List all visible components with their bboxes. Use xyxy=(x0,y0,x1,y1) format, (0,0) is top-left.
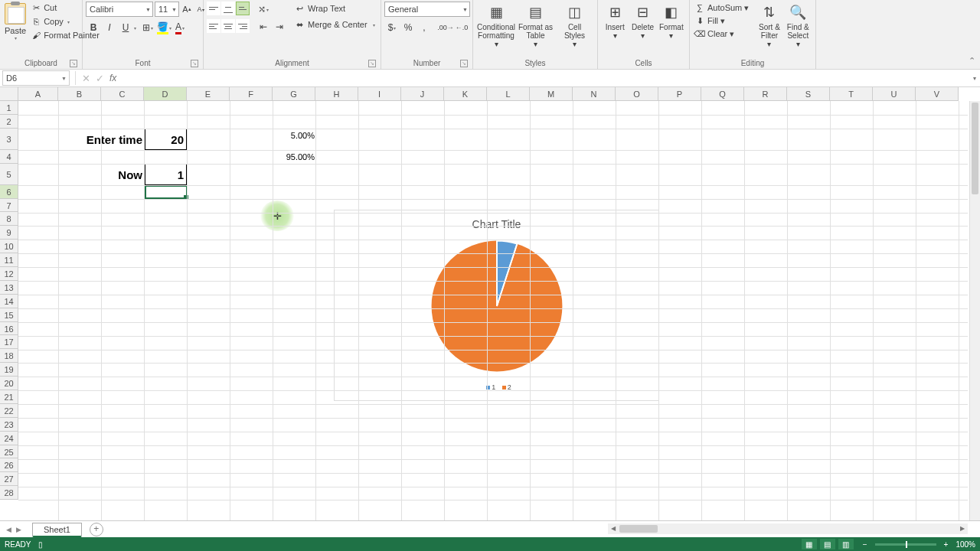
row-header-27[interactable]: 27 xyxy=(0,472,18,486)
col-header-H[interactable]: H xyxy=(315,87,358,101)
fx-icon[interactable]: fx xyxy=(109,73,116,83)
enter-formula-button[interactable]: ✓ xyxy=(93,71,106,85)
row-header-3[interactable]: 3 xyxy=(0,129,18,150)
autosum-button[interactable]: ∑AutoSum ▾ xyxy=(693,2,750,14)
increase-decimal-button[interactable]: .00→ xyxy=(438,20,453,35)
macro-record-icon[interactable]: ▯ xyxy=(38,540,43,549)
select-all-corner[interactable] xyxy=(0,87,18,101)
comma-button[interactable]: , xyxy=(416,20,432,35)
cell-g4[interactable]: 95.00% xyxy=(273,150,317,164)
col-header-A[interactable]: A xyxy=(18,87,58,101)
row-header-4[interactable]: 4 xyxy=(0,150,18,164)
row-header-26[interactable]: 26 xyxy=(0,458,18,472)
col-header-N[interactable]: N xyxy=(573,87,616,101)
font-color-button[interactable]: A xyxy=(172,20,188,35)
font-launcher[interactable]: ↘ xyxy=(191,60,198,67)
page-layout-view-button[interactable]: ▤ xyxy=(820,539,835,549)
fill-color-button[interactable]: 🪣 xyxy=(156,20,172,35)
col-header-M[interactable]: M xyxy=(530,87,573,101)
zoom-in-button[interactable]: + xyxy=(944,540,949,549)
col-header-G[interactable]: G xyxy=(273,87,315,101)
clear-button[interactable]: ⌫Clear ▾ xyxy=(693,28,750,40)
normal-view-button[interactable]: ▦ xyxy=(802,539,817,549)
align-right-button[interactable] xyxy=(236,19,250,33)
italic-button[interactable]: I xyxy=(102,20,117,35)
row-header-9[interactable]: 9 xyxy=(0,226,18,240)
row-header-10[interactable]: 10 xyxy=(0,240,18,253)
accounting-button[interactable]: $ xyxy=(384,20,400,35)
bold-button[interactable]: B xyxy=(86,20,101,35)
col-header-S[interactable]: S xyxy=(787,87,830,101)
pie-chart[interactable] xyxy=(335,233,658,379)
row-header-24[interactable]: 24 xyxy=(0,432,18,445)
sort-filter-button[interactable]: ⇅Sort & Filter ▾ xyxy=(755,2,783,50)
row-header-23[interactable]: 23 xyxy=(0,418,18,432)
conditional-formatting-button[interactable]: ▦Conditional Formatting ▾ xyxy=(476,2,516,50)
cells-area[interactable]: Enter time 20 5.00% 95.00% Now 1 ✛ Chart… xyxy=(18,101,968,520)
col-header-E[interactable]: E xyxy=(187,87,230,101)
align-middle-button[interactable] xyxy=(221,2,235,15)
hscroll-right-button[interactable]: ▶ xyxy=(957,523,968,534)
horizontal-scrollbar[interactable]: ◀ ▶ xyxy=(608,523,968,534)
cell-styles-button[interactable]: ◫Cell Styles ▾ xyxy=(555,2,594,50)
vscroll-thumb[interactable] xyxy=(972,103,978,194)
row-header-6[interactable]: 6 xyxy=(0,185,18,199)
row-header-1[interactable]: 1 xyxy=(0,101,18,115)
format-button[interactable]: ◧Format ▾ xyxy=(657,2,686,41)
row-header-25[interactable]: 25 xyxy=(0,445,18,459)
col-header-V[interactable]: V xyxy=(916,87,959,101)
decrease-decimal-button[interactable]: ←.0 xyxy=(454,20,469,35)
row-header-16[interactable]: 16 xyxy=(0,322,18,336)
align-left-button[interactable] xyxy=(207,19,220,33)
zoom-value[interactable]: 100% xyxy=(956,540,975,549)
paste-button[interactable]: Paste ▾ xyxy=(3,2,28,42)
number-launcher[interactable]: ↘ xyxy=(460,60,468,67)
zoom-slider[interactable] xyxy=(875,543,936,546)
row-header-11[interactable]: 11 xyxy=(0,253,18,267)
hscroll-thumb[interactable] xyxy=(619,525,658,533)
row-header-13[interactable]: 13 xyxy=(0,281,18,295)
row-header-14[interactable]: 14 xyxy=(0,295,18,308)
col-header-O[interactable]: O xyxy=(616,87,658,101)
row-header-12[interactable]: 12 xyxy=(0,267,18,281)
orientation-button[interactable]: ⤭ xyxy=(256,2,271,17)
hscroll-left-button[interactable]: ◀ xyxy=(608,523,619,534)
merge-center-button[interactable]: ⬌Merge & Center▾ xyxy=(292,18,377,31)
delete-button[interactable]: ⊟Delete ▾ xyxy=(629,2,656,41)
col-header-L[interactable]: L xyxy=(487,87,530,101)
font-size-select[interactable]: 11▼ xyxy=(155,2,179,17)
fill-button[interactable]: ⬇Fill ▾ xyxy=(693,15,750,27)
font-name-select[interactable]: Calibri▼ xyxy=(86,2,153,17)
col-header-D[interactable]: D xyxy=(144,87,187,101)
add-sheet-button[interactable]: + xyxy=(90,523,103,536)
page-break-view-button[interactable]: ▥ xyxy=(838,539,854,549)
decrease-indent-button[interactable]: ⇤ xyxy=(256,19,271,34)
insert-button[interactable]: ⊞Insert ▾ xyxy=(601,2,629,41)
embedded-chart[interactable]: Chart Title 1 2 xyxy=(334,210,659,401)
sheet-tab-1[interactable]: Sheet1 xyxy=(32,523,82,537)
wrap-text-button[interactable]: ↩Wrap Text xyxy=(292,2,377,15)
row-header-8[interactable]: 8 xyxy=(0,212,18,226)
formula-input[interactable] xyxy=(119,70,969,86)
collapse-ribbon-button[interactable]: ⌃ xyxy=(969,56,975,66)
chart-legend[interactable]: 1 2 xyxy=(335,379,658,396)
increase-font-button[interactable]: A▴ xyxy=(181,2,193,17)
col-header-U[interactable]: U xyxy=(873,87,916,101)
col-header-F[interactable]: F xyxy=(230,87,273,101)
align-bottom-button[interactable] xyxy=(236,2,250,15)
expand-formula-bar-button[interactable]: ▾ xyxy=(969,75,980,82)
cell-d5[interactable]: 1 xyxy=(145,164,187,185)
find-select-button[interactable]: 🔍Find & Select ▾ xyxy=(784,2,812,50)
border-button[interactable]: ⊞ xyxy=(140,20,155,35)
row-header-17[interactable]: 17 xyxy=(0,335,18,349)
row-header-21[interactable]: 21 xyxy=(0,390,18,404)
col-header-T[interactable]: T xyxy=(830,87,873,101)
number-format-select[interactable]: General▼ xyxy=(384,2,470,17)
row-header-7[interactable]: 7 xyxy=(0,199,18,213)
row-header-22[interactable]: 22 xyxy=(0,404,18,418)
col-header-J[interactable]: J xyxy=(401,87,444,101)
col-header-P[interactable]: P xyxy=(658,87,701,101)
row-header-20[interactable]: 20 xyxy=(0,377,18,390)
zoom-out-button[interactable]: − xyxy=(863,540,867,549)
tab-next-button[interactable]: ▶ xyxy=(16,526,21,533)
